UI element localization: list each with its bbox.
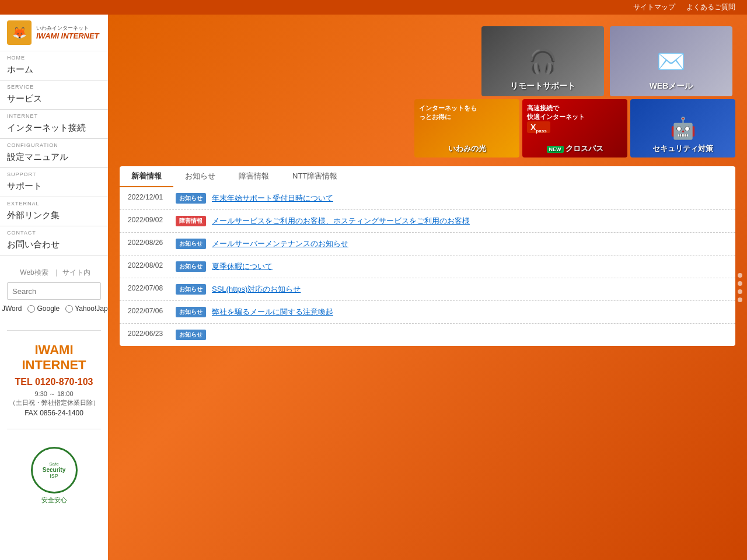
news-item-6: 2022/06/23お知らせ — [120, 324, 735, 346]
news-text-1[interactable]: メールサービスをご利用のお客様、ホスティングサービスをご利用のお客様 — [212, 216, 727, 226]
banner-row2: インターネットをもっとお得に いわみの光 高速接続で快適インターネットXpass… — [108, 96, 747, 160]
scroll-dot-1 — [738, 273, 742, 278]
company-tel: TEL 0120-870-103 — [7, 377, 101, 387]
news-date-1: 2022/09/02 — [128, 216, 170, 224]
news-badge-3: お知らせ — [176, 261, 206, 272]
badge-isp: ISP — [50, 473, 58, 479]
radio-google[interactable] — [27, 305, 35, 313]
nav-category-service: SERVICE — [0, 80, 108, 91]
scroll-dot-4 — [738, 298, 742, 302]
news-date-2: 2022/08/26 — [128, 239, 170, 247]
badge-text: 安全安心 — [6, 496, 102, 505]
news-text-4[interactable]: SSL(https)対応のお知らせ — [212, 284, 727, 295]
search-input[interactable] — [8, 284, 101, 299]
site-search-link[interactable]: サイト内 — [62, 268, 90, 276]
news-item-5: 2022/07/06お知らせ弊社を騙るメールに関する注意喚起 — [120, 301, 735, 324]
sitemap-link[interactable]: サイトマップ — [633, 3, 675, 11]
nav-category-external: EXTERNAL — [0, 197, 108, 208]
company-info: IWAMIINTERNET TEL 0120-870-103 9:30 ～ 18… — [0, 337, 108, 423]
top-bar: サイトマップ よくあるご質問 — [0, 0, 747, 15]
banner-remote-support[interactable]: 🎧 リモートサポート — [481, 26, 604, 96]
news-item-3: 2022/08/02お知らせ夏季休暇について — [120, 256, 735, 278]
news-badge-6: お知らせ — [176, 330, 206, 340]
news-date-6: 2022/06/23 — [128, 330, 170, 338]
news-item-0: 2022/12/01お知らせ年末年始サポート受付日時について — [120, 187, 735, 210]
search-label: Web検索｜サイト内 — [7, 267, 101, 278]
radio-yahoo!japan[interactable] — [65, 305, 73, 313]
logo-icon: 🦊 — [7, 20, 32, 45]
company-hours: 9:30 ～ 18:00 （土日祝・弊社指定休業日除） — [7, 390, 101, 407]
news-text-0[interactable]: 年末年始サポート受付日時について — [212, 193, 727, 204]
news-badge-2: お知らせ — [176, 239, 206, 249]
nav-section-external: EXTERNAL外部リンク集 — [0, 197, 108, 226]
badge-safe: Safe — [49, 461, 58, 467]
divider-1 — [7, 330, 101, 331]
nav-item-service[interactable]: サービス — [0, 91, 108, 109]
search-engine-group: JWordGoogleYahoo!Japan — [7, 304, 101, 313]
logo-ja: いわみインターネット — [36, 25, 99, 32]
sidebar: 🦊 いわみインターネット IWAMI INTERNET HOMEホームSERVI… — [0, 15, 108, 560]
tab-shogai[interactable]: 障害情報 — [227, 166, 281, 187]
news-date-4: 2022/07/08 — [128, 284, 170, 292]
hikari-top-text: インターネットをもっとお得に — [419, 104, 477, 122]
tab-oshirase[interactable]: お知らせ — [173, 166, 227, 187]
banner-webmail[interactable]: ✉️ WEBメール — [610, 26, 732, 96]
webmail-label: WEBメール — [610, 81, 732, 92]
nav-section-contact: CONTACTお問い合わせ — [0, 226, 108, 256]
remote-support-label: リモートサポート — [481, 81, 604, 92]
news-text-3[interactable]: 夏季休暇について — [212, 261, 727, 272]
banner-xpass[interactable]: 高速接続で快適インターネットXpass NEWクロスパス — [522, 99, 627, 158]
news-item-4: 2022/07/08お知らせSSL(https)対応のお知らせ — [120, 278, 735, 301]
radio-label-google[interactable]: Google — [27, 304, 60, 313]
nav-category-configuration: CONFIGURATION — [0, 139, 108, 149]
banner-top-row: 🎧 リモートサポート ✉️ WEBメール — [108, 15, 747, 96]
xpass-top-text: 高速接続で快適インターネットXpass — [527, 104, 585, 134]
radio-text-google: Google — [37, 304, 60, 313]
nav-section-internet: INTERNETインターネット接続 — [0, 110, 108, 139]
news-date-5: 2022/07/06 — [128, 307, 170, 315]
security-badge: Safe Security ISP 安全安心 — [0, 441, 108, 510]
nav-section-support: SUPPORTサポート — [0, 168, 108, 197]
radio-text-jword: JWord — [2, 304, 22, 313]
radio-label-jword[interactable]: JWord — [0, 304, 22, 313]
news-text-2[interactable]: メールサーバーメンテナンスのお知らせ — [212, 239, 727, 249]
nav-item-contact[interactable]: お問い合わせ — [0, 237, 108, 255]
nav-item-internet[interactable]: インターネット接続 — [0, 120, 108, 138]
news-badge-5: お知らせ — [176, 307, 206, 317]
news-date-3: 2022/08/02 — [128, 261, 170, 270]
news-badge-1: 障害情報 — [176, 216, 206, 226]
banner-security[interactable]: 🤖 セキュリティ対策 — [630, 99, 735, 158]
company-name: IWAMIINTERNET — [7, 342, 101, 373]
news-badge-0: お知らせ — [176, 193, 206, 204]
main-bg: 🎧 リモートサポート ✉️ WEBメール インターネットをもっとお得に いわみの… — [108, 15, 747, 560]
news-tabs: 新着情報お知らせ障害情報NTT障害情報 — [120, 166, 735, 187]
scroll-dot-2 — [738, 281, 742, 286]
news-badge-4: お知らせ — [176, 284, 206, 295]
tab-new-info[interactable]: 新着情報 — [120, 166, 173, 187]
nav-section-home: HOMEホーム — [0, 51, 108, 80]
news-item-1: 2022/09/02障害情報メールサービスをご利用のお客様、ホスティングサービス… — [120, 210, 735, 233]
nav-item-configuration[interactable]: 設定マニュアル — [0, 149, 108, 167]
news-panel: 2022/12/01お知らせ年末年始サポート受付日時について2022/09/02… — [120, 187, 735, 346]
logo-en: IWAMI INTERNET — [36, 32, 99, 41]
nav-item-support[interactable]: サポート — [0, 178, 108, 197]
nav-category-contact: CONTACT — [0, 226, 108, 237]
news-item-2: 2022/08/26お知らせメールサーバーメンテナンスのお知らせ — [120, 233, 735, 256]
hikari-label: いわみの光 — [414, 144, 519, 154]
nav-item-home[interactable]: ホーム — [0, 62, 108, 80]
nav-item-external[interactable]: 外部リンク集 — [0, 208, 108, 226]
scroll-dot-3 — [738, 289, 742, 294]
news-text-5[interactable]: 弊社を騙るメールに関する注意喚起 — [212, 307, 727, 317]
security-label: セキュリティ対策 — [630, 144, 735, 154]
company-fax: FAX 0856-24-1400 — [7, 409, 101, 417]
faq-link[interactable]: よくあるご質問 — [686, 3, 735, 11]
logo-area: 🦊 いわみインターネット IWAMI INTERNET — [0, 15, 108, 51]
banner-hikari[interactable]: インターネットをもっとお得に いわみの光 — [414, 99, 519, 158]
search-input-row: 🔍 — [7, 282, 101, 300]
nav-section-configuration: CONFIGURATION設定マニュアル — [0, 139, 108, 168]
tab-ntt-shogai[interactable]: NTT障害情報 — [281, 166, 349, 187]
nav-category-internet: INTERNET — [0, 110, 108, 120]
badge-circle: Safe Security ISP — [31, 447, 78, 494]
news-date-0: 2022/12/01 — [128, 193, 170, 201]
xpass-label: NEWクロスパス — [522, 144, 627, 154]
